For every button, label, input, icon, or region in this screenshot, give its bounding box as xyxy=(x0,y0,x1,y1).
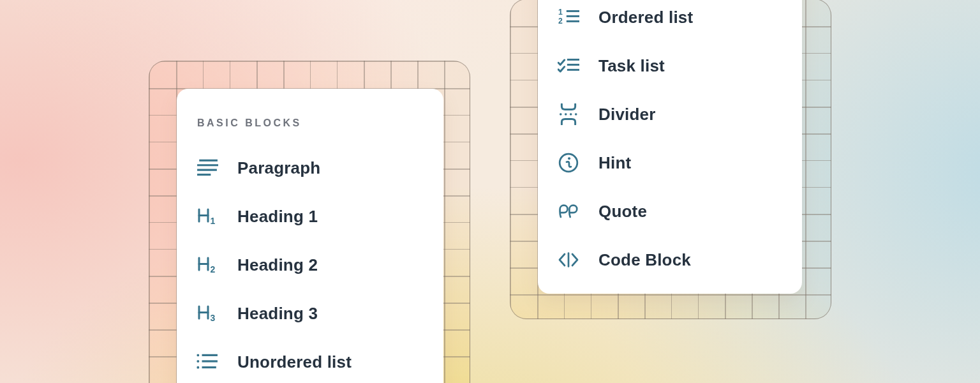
menu-item-label: Task list xyxy=(598,56,665,76)
menu-item-quote[interactable]: Quote xyxy=(538,187,802,236)
menu-item-label: Divider xyxy=(598,105,656,124)
heading-3-icon: 3 xyxy=(196,302,219,325)
menu-item-divider[interactable]: Divider xyxy=(538,90,802,139)
menu-item-label: Paragraph xyxy=(237,158,320,178)
menu-item-paragraph[interactable]: Paragraph xyxy=(177,144,443,192)
menu-item-hint[interactable]: Hint xyxy=(538,139,802,187)
svg-text:1: 1 xyxy=(558,8,563,17)
heading-2-icon: 2 xyxy=(196,253,219,276)
menu-item-task-list[interactable]: Task list xyxy=(538,41,802,90)
code-block-icon xyxy=(557,248,580,271)
svg-text:2: 2 xyxy=(211,264,216,274)
menu-item-heading-1[interactable]: 1Heading 1 xyxy=(177,192,443,241)
menu-item-ordered-list[interactable]: 12Ordered list xyxy=(538,0,802,41)
svg-text:1: 1 xyxy=(211,216,216,226)
basic-blocks-menu-list: Paragraph1Heading 12Heading 23Heading 3U… xyxy=(177,144,443,383)
menu-item-label: Quote xyxy=(598,202,647,222)
paragraph-icon xyxy=(196,156,219,179)
basic-blocks-menu-card: BASIC BLOCKS Paragraph1Heading 12Heading… xyxy=(177,89,443,383)
quote-icon xyxy=(557,200,580,223)
menu-item-label: Unordered list xyxy=(237,352,352,372)
menu-item-label: Heading 1 xyxy=(237,207,318,227)
menu-item-label: Heading 3 xyxy=(237,304,318,324)
menu-item-code-block[interactable]: Code Block xyxy=(538,236,802,284)
ordered-list-icon: 12 xyxy=(557,6,580,29)
advanced-blocks-menu-list: 12Ordered listTask listDividerHintQuoteC… xyxy=(538,0,802,284)
menu-item-label: Hint xyxy=(598,153,631,173)
svg-text:3: 3 xyxy=(211,313,216,323)
unordered-list-icon xyxy=(196,350,219,373)
menu-item-heading-2[interactable]: 2Heading 2 xyxy=(177,241,443,289)
heading-1-icon: 1 xyxy=(196,205,219,228)
svg-text:2: 2 xyxy=(558,17,563,26)
menu-item-label: Code Block xyxy=(598,250,691,270)
basic-blocks-section-title: BASIC BLOCKS xyxy=(197,117,443,130)
menu-item-unordered-list[interactable]: Unordered list xyxy=(177,338,443,383)
hint-icon xyxy=(557,151,580,174)
menu-item-label: Ordered list xyxy=(598,8,693,27)
menu-item-label: Heading 2 xyxy=(237,255,318,275)
task-list-icon xyxy=(557,54,580,77)
advanced-blocks-menu-card: 12Ordered listTask listDividerHintQuoteC… xyxy=(538,0,802,294)
menu-item-heading-3[interactable]: 3Heading 3 xyxy=(177,289,443,338)
divider-icon xyxy=(557,103,580,126)
